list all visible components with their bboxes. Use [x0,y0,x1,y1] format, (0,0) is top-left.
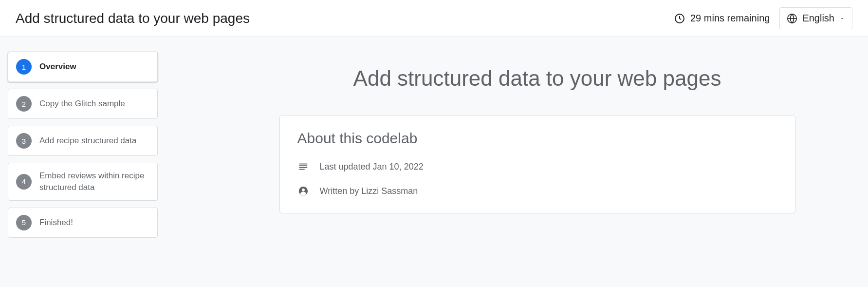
globe-icon [787,13,797,24]
step-label: Embed reviews within recipe structured d… [39,170,149,193]
author-text: Written by Lizzi Sassman [320,186,418,196]
step-copy-glitch[interactable]: 2 Copy the Glitch sample [8,89,158,119]
language-selector[interactable]: English [779,7,852,29]
clock-icon [674,13,685,24]
time-remaining-text: 29 mins remaining [690,13,770,24]
chevron-down-icon [839,16,845,21]
about-heading: About this codelab [297,130,777,147]
step-number: 1 [16,59,32,75]
sidebar: 1 Overview 2 Copy the Glitch sample 3 Ad… [8,52,158,245]
last-updated-row: Last updated Jan 10, 2022 [297,161,777,172]
svg-point-7 [302,189,305,191]
step-number: 3 [16,133,32,149]
step-label: Finished! [39,217,73,229]
step-finished[interactable]: 5 Finished! [8,208,158,238]
header-right: 29 mins remaining English [674,7,852,29]
author-row: Written by Lizzi Sassman [297,186,777,196]
person-icon [297,186,309,196]
svg-rect-4 [299,167,307,168]
main-title: Add structured data to your web pages [226,66,849,91]
step-number: 5 [16,215,32,230]
step-overview[interactable]: 1 Overview [8,52,158,82]
main-content: Add structured data to your web pages Ab… [158,52,868,245]
language-label: English [802,13,834,24]
time-remaining: 29 mins remaining [674,13,770,24]
step-number: 4 [16,174,32,190]
step-number: 2 [16,96,32,112]
page-title: Add structured data to your web pages [16,11,250,26]
step-label: Overview [39,61,76,73]
subject-icon [297,161,309,172]
step-label: Add recipe structured data [39,135,136,147]
svg-rect-5 [299,169,304,170]
step-label: Copy the Glitch sample [39,98,125,110]
svg-rect-3 [299,165,307,166]
content-area: 1 Overview 2 Copy the Glitch sample 3 Ad… [0,37,868,245]
step-add-recipe[interactable]: 3 Add recipe structured data [8,126,158,156]
svg-rect-2 [299,164,307,165]
last-updated-text: Last updated Jan 10, 2022 [320,162,424,172]
header: Add structured data to your web pages 29… [0,0,868,37]
step-embed-reviews[interactable]: 4 Embed reviews within recipe structured… [8,163,158,201]
about-card: About this codelab Last updated Jan 10, … [279,115,795,213]
